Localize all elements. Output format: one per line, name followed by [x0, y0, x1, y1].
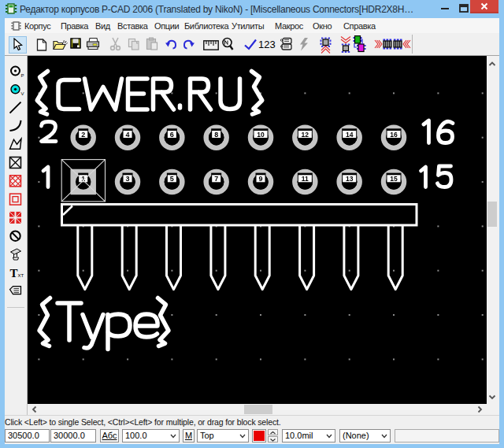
svg-text:12: 12 [302, 131, 309, 139]
svg-text:2: 2 [81, 131, 85, 139]
svg-text:16: 16 [390, 131, 398, 139]
svg-text:13: 13 [346, 175, 354, 183]
svg-text:P: P [21, 73, 24, 78]
svg-text:T: T [10, 267, 18, 280]
svg-text:10: 10 [257, 131, 265, 139]
svg-text:6: 6 [170, 131, 174, 139]
svg-text:8: 8 [214, 131, 218, 139]
svg-text:3: 3 [126, 175, 130, 183]
svg-text:4: 4 [126, 131, 130, 139]
svg-text:14: 14 [346, 131, 354, 139]
svg-text:11: 11 [302, 175, 309, 183]
svg-text:V: V [21, 91, 24, 96]
svg-text:XT: XT [18, 273, 24, 278]
svg-text:7: 7 [214, 175, 218, 183]
svg-text:9: 9 [259, 175, 263, 183]
svg-text:15: 15 [390, 175, 398, 183]
svg-text:5: 5 [170, 175, 174, 183]
